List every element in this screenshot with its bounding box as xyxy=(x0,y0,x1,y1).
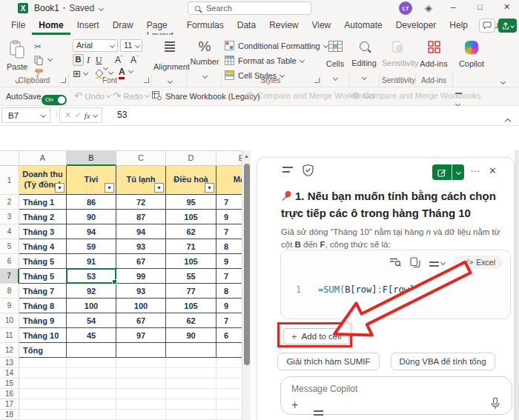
close-button[interactable]: ✕ xyxy=(503,2,510,12)
row-header-14[interactable]: 14 xyxy=(0,368,19,379)
suggestion-chip[interactable]: Giải thích hàm SUMIF xyxy=(277,353,379,370)
editing-button[interactable]: Editing xyxy=(351,41,377,82)
number-button[interactable]: % Number xyxy=(189,39,220,81)
column-header-E[interactable]: E xyxy=(216,151,242,166)
row-header-16[interactable]: 16 xyxy=(0,389,19,399)
conditional-formatting-button[interactable]: Conditional Formatting xyxy=(225,41,328,50)
cells-button[interactable]: Cells xyxy=(323,41,347,83)
table-cell[interactable]: 100 xyxy=(116,299,166,313)
microphone-icon[interactable] xyxy=(491,397,500,410)
ribbon-tab-home[interactable]: Home xyxy=(32,16,70,35)
table-header-cell[interactable]: Tủ lạnh▼ xyxy=(116,166,166,195)
row-header-6[interactable]: 6 xyxy=(0,254,19,269)
table-cell[interactable]: 100 xyxy=(67,299,116,313)
minimize-button[interactable]: – xyxy=(451,2,456,13)
expand-formula-bar-chevron-icon[interactable] xyxy=(506,113,510,127)
font-color-button[interactable]: A xyxy=(119,67,133,77)
format-as-table-button[interactable]: Format as Table xyxy=(225,56,304,65)
filter-dropdown-icon[interactable]: ▼ xyxy=(154,183,164,193)
table-cell[interactable]: 6 xyxy=(216,328,242,343)
table-cell[interactable] xyxy=(116,343,166,358)
table-cell[interactable]: 67 xyxy=(116,313,166,328)
empty-cell[interactable] xyxy=(67,410,116,420)
formula-content[interactable]: 53 xyxy=(117,110,127,120)
ribbon-tab-file[interactable]: File xyxy=(4,16,32,35)
table-cell[interactable]: 92 xyxy=(67,284,116,299)
chat-history-icon[interactable] xyxy=(282,167,293,173)
ribbon-tab-page-layout[interactable]: Page Layout xyxy=(140,16,180,35)
row-header-15[interactable]: 15 xyxy=(0,379,19,389)
table-cell[interactable] xyxy=(216,343,242,358)
collapse-ribbon-chevron-icon[interactable] xyxy=(501,73,505,87)
table-header-cell[interactable]: Tivi▼ xyxy=(67,166,116,195)
table-cell[interactable]: 7 xyxy=(216,224,242,239)
active-cell-selection[interactable] xyxy=(66,268,116,284)
empty-cell[interactable] xyxy=(216,399,242,410)
name-box[interactable]: B7 xyxy=(1,107,50,123)
empty-cell[interactable] xyxy=(116,379,166,389)
ribbon-tab-formulas[interactable]: Formulas xyxy=(180,16,231,35)
filter-dropdown-icon[interactable]: ▼ xyxy=(55,183,65,193)
empty-cell[interactable] xyxy=(67,399,116,410)
ribbon-tab-automate[interactable]: Automate xyxy=(337,16,389,35)
save-status[interactable]: Saved xyxy=(69,3,94,13)
table-cell[interactable]: 77 xyxy=(166,284,216,299)
column-header-D[interactable]: D xyxy=(166,151,216,166)
table-cell[interactable]: Tháng 9 xyxy=(19,313,67,328)
table-header-cell[interactable]: Máy xyxy=(216,166,242,195)
row-header-18[interactable]: 18 xyxy=(0,410,19,420)
empty-cell[interactable] xyxy=(19,368,67,379)
shield-check-icon[interactable] xyxy=(302,164,314,180)
empty-cell[interactable] xyxy=(116,410,166,420)
row-header-1[interactable]: 1 xyxy=(0,166,19,195)
table-cell[interactable]: 62 xyxy=(166,224,216,239)
table-cell[interactable]: 9 xyxy=(216,210,242,224)
table-cell[interactable] xyxy=(67,343,116,358)
empty-cell[interactable] xyxy=(166,410,216,420)
table-cell[interactable]: 71 xyxy=(166,239,216,254)
empty-cell[interactable] xyxy=(67,358,116,368)
row-header-12[interactable]: 12 xyxy=(0,343,19,358)
pane-more-options-icon[interactable]: … xyxy=(470,162,481,174)
row-header-4[interactable]: 4 xyxy=(0,224,19,239)
ribbon-tab-developer[interactable]: Developer xyxy=(389,16,443,35)
empty-cell[interactable] xyxy=(216,368,242,379)
input-options-icon[interactable] xyxy=(314,401,323,415)
empty-cell[interactable] xyxy=(19,399,67,410)
save-status-chevron-icon[interactable] xyxy=(99,5,104,10)
message-input[interactable]: Message Copilot + xyxy=(280,376,512,415)
table-cell[interactable]: Tháng 4 xyxy=(19,239,67,254)
table-cell[interactable]: 105 xyxy=(166,254,216,269)
bold-button[interactable]: B xyxy=(73,54,84,66)
insert-function-icon[interactable]: fx xyxy=(85,111,90,120)
table-cell[interactable]: 7 xyxy=(216,195,242,210)
font-dialog-launcher[interactable] xyxy=(144,78,149,83)
column-header-B[interactable]: B xyxy=(67,151,116,166)
ribbon-tab-view[interactable]: View xyxy=(305,16,337,35)
empty-cell[interactable] xyxy=(19,389,67,399)
table-cell[interactable]: 45 xyxy=(67,328,116,343)
empty-cell[interactable] xyxy=(116,358,166,368)
row-header-11[interactable]: 11 xyxy=(0,328,19,343)
share-workbook-button[interactable]: Share Workbook (Legacy) xyxy=(152,91,260,101)
pane-close-icon[interactable]: ✕ xyxy=(489,165,497,176)
table-cell[interactable]: 59 xyxy=(67,239,116,254)
ribbon-tab-review[interactable]: Review xyxy=(262,16,305,35)
row-header-13[interactable]: 13 xyxy=(0,358,19,368)
empty-cell[interactable] xyxy=(216,389,242,399)
empty-cell[interactable] xyxy=(166,368,216,379)
empty-cell[interactable] xyxy=(67,379,116,389)
empty-cell[interactable] xyxy=(67,368,116,379)
italic-button[interactable]: I xyxy=(87,55,90,66)
row-header-5[interactable]: 5 xyxy=(0,239,19,254)
table-cell[interactable]: Tháng 3 xyxy=(19,224,67,239)
table-cell[interactable]: 94 xyxy=(67,224,116,239)
table-cell[interactable]: 93 xyxy=(116,284,166,299)
table-cell[interactable]: 99 xyxy=(116,269,166,284)
table-cell[interactable]: 62 xyxy=(166,313,216,328)
empty-cell[interactable] xyxy=(166,379,216,389)
column-header-C[interactable]: C xyxy=(116,151,166,166)
empty-cell[interactable] xyxy=(216,379,242,389)
empty-cell[interactable] xyxy=(19,379,67,389)
table-cell[interactable]: 7 xyxy=(216,269,242,284)
